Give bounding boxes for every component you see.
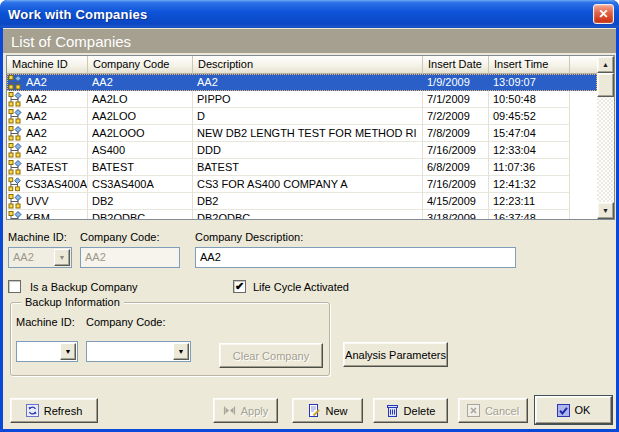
- refresh-label: Refresh: [44, 405, 83, 417]
- machine-id-cell: AA2: [7, 108, 88, 125]
- table-row[interactable]: KBM DB2ODBC DB2ODBC 3/18/2009 16:37:48: [7, 210, 597, 219]
- column-header-filler: [570, 56, 597, 74]
- cancel-label: Cancel: [485, 405, 519, 417]
- is-backup-company-checkbox[interactable]: [8, 280, 21, 293]
- description-cell: DB2: [193, 193, 423, 210]
- row-filler: [570, 193, 597, 210]
- insert-date-cell: 7/16/2009: [423, 176, 489, 193]
- section-header: List of Companies: [3, 29, 616, 53]
- chevron-down-icon: ▼: [54, 249, 70, 266]
- clear-company-button: Clear Company: [219, 343, 323, 368]
- row-filler: [570, 74, 597, 91]
- section-title: List of Companies: [11, 33, 131, 50]
- life-cycle-activated-label: Life Cycle Activated: [253, 281, 349, 293]
- table-row[interactable]: AA2 AA2LOOO NEW DB2 LENGTH TEST FOR METH…: [7, 125, 597, 142]
- company-code-cell: AS400: [88, 142, 193, 159]
- table-row[interactable]: AA2 AS400 DDD 7/16/2009 12:33:04: [7, 142, 597, 159]
- machine-id-cell: CS3AS400A: [7, 176, 88, 193]
- titlebar[interactable]: Work with Companies ✕: [0, 0, 619, 28]
- ok-button[interactable]: OK: [535, 396, 612, 424]
- company-code-cell: BATEST: [88, 159, 193, 176]
- dialog-client-area: List of Companies Machine ID Company Cod…: [3, 28, 616, 429]
- row-filler: [570, 159, 597, 176]
- description-cell: PIPPO: [193, 91, 423, 108]
- row-filler: [570, 91, 597, 108]
- machine-id-cell: BATEST: [7, 159, 88, 176]
- insert-time-cell: 12:33:04: [489, 142, 570, 159]
- machine-id-combo: AA2 ▼: [8, 247, 72, 268]
- insert-time-cell: 13:09:07: [489, 74, 570, 91]
- scrollbar-thumb[interactable]: [597, 73, 614, 97]
- description-cell: NEW DB2 LENGTH TEST FOR METHOD RI: [193, 125, 423, 142]
- apply-icon: [223, 404, 236, 417]
- insert-date-cell: 7/1/2009: [423, 91, 489, 108]
- insert-time-cell: 10:50:48: [489, 91, 570, 108]
- analysis-parameters-label: Analysis Parameters: [345, 349, 446, 361]
- row-filler: [570, 125, 597, 142]
- insert-time-cell: 11:07:36: [489, 159, 570, 176]
- column-header-insert-date[interactable]: Insert Date: [423, 56, 489, 74]
- machine-id-cell: AA2: [7, 74, 88, 91]
- table-row[interactable]: AA2 AA2LO PIPPO 7/1/2009 10:50:48: [7, 91, 597, 108]
- chevron-down-icon[interactable]: ▼: [60, 343, 76, 360]
- column-header-insert-time[interactable]: Insert Time: [489, 56, 570, 74]
- refresh-icon: [26, 404, 39, 417]
- org-chart-icon: [8, 75, 23, 90]
- life-cycle-activated-checkbox[interactable]: ✔: [233, 280, 246, 293]
- table-row[interactable]: UVV DB2 DB2 4/15/2009 12:23:11: [7, 193, 597, 210]
- table-row[interactable]: CS3AS400A CS3AS400A CS3 FOR AS400 COMPAN…: [7, 176, 597, 193]
- machine-id-cell: AA2: [7, 142, 88, 159]
- backup-information-group: Backup Information Machine ID: Company C…: [10, 302, 330, 376]
- table-row[interactable]: AA2 AA2 AA2 1/9/2009 13:09:07: [7, 74, 597, 91]
- insert-time-cell: 16:37:48: [489, 210, 570, 219]
- work-with-companies-window: Work with Companies ✕ List of Companies …: [0, 0, 619, 432]
- row-filler: [570, 142, 597, 159]
- description-cell: AA2: [193, 74, 423, 91]
- org-chart-icon: [8, 109, 23, 124]
- row-filler: [570, 108, 597, 125]
- company-description-label: Company Description:: [195, 231, 303, 243]
- new-button[interactable]: New: [292, 398, 363, 423]
- table-header-row: Machine ID Company Code Description Inse…: [7, 56, 597, 74]
- machine-id-cell: UVV: [7, 193, 88, 210]
- insert-time-cell: 12:41:32: [489, 176, 570, 193]
- row-filler: [570, 176, 597, 193]
- delete-button[interactable]: Delete: [373, 398, 448, 423]
- company-code-cell: AA2LOOO: [88, 125, 193, 142]
- table-body: AA2 AA2 AA2 1/9/2009 13:09:07 AA2 AA2LO …: [7, 74, 597, 219]
- column-header-description[interactable]: Description: [193, 56, 423, 74]
- trash-icon: [386, 404, 399, 417]
- vertical-scrollbar[interactable]: ▲ ▼: [597, 56, 614, 219]
- new-label: New: [325, 405, 347, 417]
- companies-table: Machine ID Company Code Description Inse…: [6, 55, 615, 220]
- cancel-x-icon: [467, 404, 480, 417]
- org-chart-icon: [8, 126, 23, 141]
- backup-company-code-combo[interactable]: ▼: [86, 341, 191, 362]
- column-header-machine-id[interactable]: Machine ID: [7, 56, 88, 74]
- org-chart-icon: [8, 160, 23, 175]
- backup-machine-id-combo[interactable]: ▼: [16, 341, 78, 362]
- company-code-field: AA2: [80, 247, 180, 268]
- analysis-parameters-button[interactable]: Analysis Parameters: [343, 342, 448, 367]
- table-row[interactable]: BATEST BATEST BATEST 6/8/2009 11:07:36: [7, 159, 597, 176]
- org-chart-icon: [8, 92, 23, 107]
- ok-check-icon: [557, 404, 570, 417]
- insert-time-cell: 15:47:04: [489, 125, 570, 142]
- chevron-down-icon[interactable]: ▼: [173, 343, 189, 360]
- company-code-cell: AA2LO: [88, 91, 193, 108]
- column-header-company-code[interactable]: Company Code: [88, 56, 193, 74]
- refresh-button[interactable]: Refresh: [10, 398, 98, 423]
- scroll-down-icon[interactable]: ▼: [597, 202, 614, 219]
- company-code-cell: AA2: [88, 74, 193, 91]
- insert-date-cell: 6/8/2009: [423, 159, 489, 176]
- insert-date-cell: 7/2/2009: [423, 108, 489, 125]
- table-row[interactable]: AA2 AA2LOO D 7/2/2009 09:45:52: [7, 108, 597, 125]
- scroll-up-icon[interactable]: ▲: [597, 56, 614, 73]
- description-cell: D: [193, 108, 423, 125]
- company-description-field[interactable]: AA2: [195, 247, 516, 268]
- apply-label: Apply: [241, 405, 269, 417]
- row-filler: [570, 210, 597, 219]
- close-icon[interactable]: ✕: [593, 4, 614, 24]
- window-title: Work with Companies: [8, 7, 147, 22]
- description-cell: DDD: [193, 142, 423, 159]
